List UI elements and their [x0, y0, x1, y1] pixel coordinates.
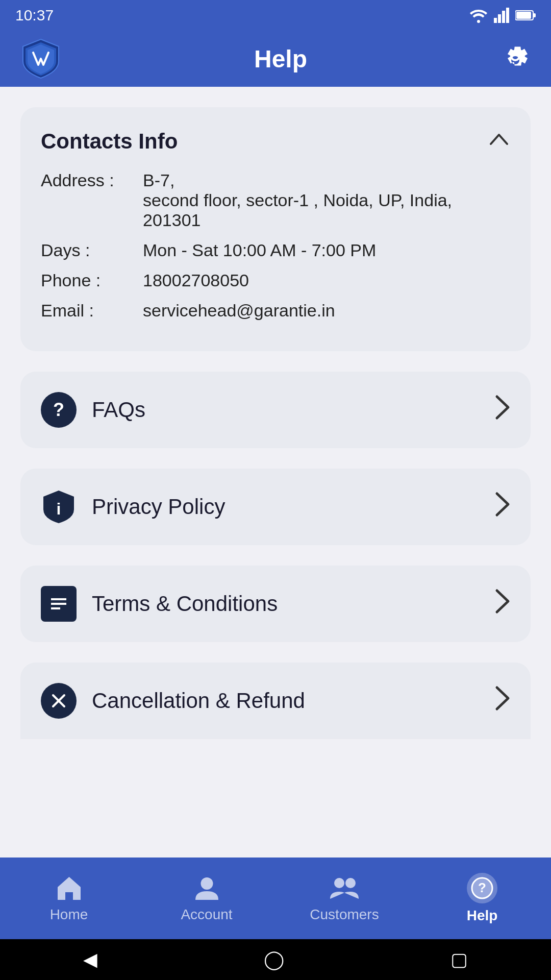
phone-row: Phone : 18002708050 [41, 271, 510, 290]
svg-point-16 [334, 878, 344, 888]
nav-item-home[interactable]: Home [0, 874, 138, 923]
help-nav-label: Help [467, 908, 498, 924]
cancellation-chevron-icon [495, 685, 510, 716]
faqs-menu-item[interactable]: ? FAQs [20, 372, 531, 448]
home-button[interactable]: ◯ [264, 949, 284, 970]
android-nav-bar: ◀ ◯ ▢ [0, 939, 551, 980]
privacy-policy-menu-item[interactable]: i Privacy Policy [20, 469, 531, 545]
svg-rect-0 [494, 18, 497, 23]
cancellation-refund-label: Cancellation & Refund [92, 689, 305, 713]
nav-item-customers[interactable]: Customers [276, 874, 413, 923]
status-icons [469, 8, 536, 23]
email-row: Email : servicehead@garantie.in [41, 301, 510, 321]
svg-rect-1 [498, 14, 501, 23]
phone-label: Phone : [41, 271, 143, 290]
svg-text:i: i [57, 500, 61, 518]
status-bar: 10:37 [0, 0, 551, 31]
cancellation-refund-menu-item[interactable]: Cancellation & Refund [20, 663, 531, 739]
customers-icon [329, 874, 360, 902]
home-nav-label: Home [50, 906, 88, 923]
settings-button[interactable] [500, 41, 531, 77]
days-label: Days : [41, 240, 143, 260]
cancellation-left: Cancellation & Refund [41, 683, 305, 719]
terms-chevron-icon [495, 589, 510, 619]
address-row: Address : B-7, second floor, sector-1 , … [41, 170, 510, 230]
svg-rect-6 [533, 13, 536, 17]
contacts-info-card: Contacts Info Address : B-7, second floo… [20, 107, 531, 351]
nav-item-help[interactable]: ? Help [413, 873, 551, 924]
customers-nav-label: Customers [310, 906, 379, 923]
privacy-chevron-icon [495, 492, 510, 522]
contacts-title: Contacts Info [41, 129, 178, 154]
days-row: Days : Mon - Sat 10:00 AM - 7:00 PM [41, 240, 510, 260]
days-value: Mon - Sat 10:00 AM - 7:00 PM [143, 240, 510, 260]
page-title: Help [254, 45, 307, 73]
help-icon: ? [471, 877, 493, 899]
email-value: servicehead@garantie.in [143, 301, 510, 321]
terms-conditions-label: Terms & Conditions [92, 592, 278, 616]
home-icon [55, 874, 83, 902]
collapse-button[interactable] [488, 128, 510, 155]
address-label: Address : [41, 170, 143, 190]
app-header: Help [0, 31, 551, 87]
svg-rect-5 [516, 12, 531, 19]
email-label: Email : [41, 301, 143, 321]
info-shield-icon: i [41, 489, 77, 525]
main-content: Contacts Info Address : B-7, second floo… [0, 87, 551, 857]
svg-rect-3 [506, 8, 509, 23]
svg-text:?: ? [478, 880, 486, 895]
terms-conditions-menu-item[interactable]: Terms & Conditions [20, 566, 531, 642]
recents-button[interactable]: ▢ [450, 949, 468, 970]
privacy-policy-label: Privacy Policy [92, 495, 225, 519]
signal-icon [494, 8, 509, 23]
question-icon: ? [41, 392, 77, 428]
back-button[interactable]: ◀ [83, 949, 97, 970]
faqs-left: ? FAQs [41, 392, 145, 428]
address-value: B-7, second floor, sector-1 , Noida, UP,… [143, 170, 510, 230]
account-nav-label: Account [181, 906, 232, 923]
phone-value: 18002708050 [143, 271, 510, 290]
account-icon [193, 874, 221, 902]
svg-rect-2 [502, 11, 505, 23]
nav-item-account[interactable]: Account [138, 874, 276, 923]
privacy-left: i Privacy Policy [41, 489, 225, 525]
bottom-navigation: Home Account Customers ? Help [0, 857, 551, 939]
status-time: 10:37 [15, 7, 54, 24]
document-icon [41, 586, 77, 622]
x-circle-icon [41, 683, 77, 719]
terms-left: Terms & Conditions [41, 586, 278, 622]
svg-point-15 [201, 877, 213, 890]
wifi-icon [469, 8, 488, 23]
faqs-chevron-icon [495, 395, 510, 425]
svg-point-17 [345, 878, 356, 888]
help-icon-container: ? [467, 873, 497, 903]
contacts-header: Contacts Info [41, 128, 510, 155]
faqs-label: FAQs [92, 398, 145, 422]
app-logo [20, 38, 61, 79]
battery-icon [515, 10, 536, 21]
